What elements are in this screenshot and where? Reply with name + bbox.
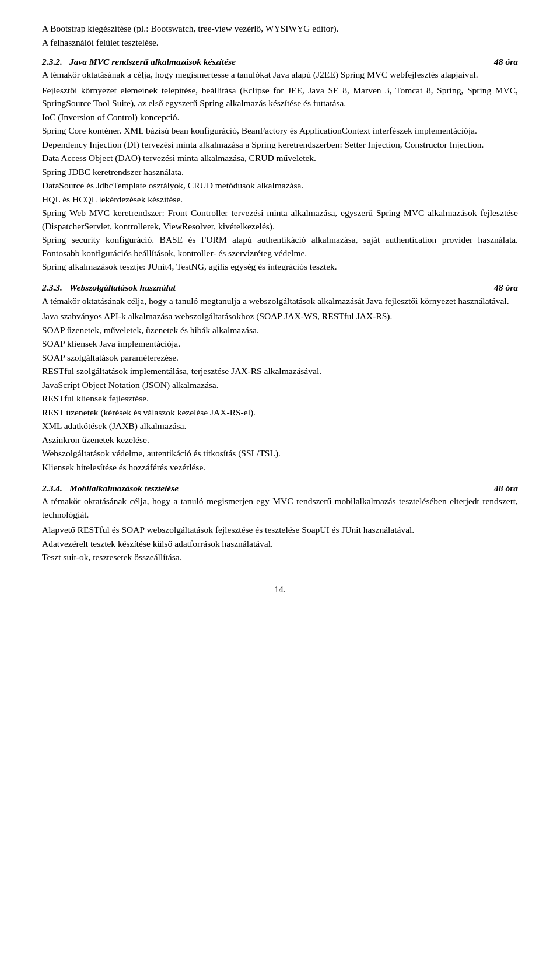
- list-item: Spring JDBC keretrendszer használata.: [42, 166, 518, 179]
- section-233-header: 2.3.3. Webszolgáltatások használat 48 ór…: [42, 281, 518, 294]
- section-233-desc: A témakör oktatásának célja, hogy a tanu…: [42, 295, 518, 308]
- section-233-number: 2.3.3.: [42, 281, 62, 294]
- section-232-desc: A témakör oktatásának a célja, hogy megi…: [42, 68, 518, 81]
- section-232-hours: 48 óra: [494, 55, 518, 68]
- section-234-hours: 48 óra: [494, 482, 518, 495]
- list-item: IoC (Inversion of Control) koncepció.: [42, 111, 518, 124]
- list-item: Webszolgáltatások védelme, autentikáció …: [42, 447, 518, 460]
- section-232-header: 2.3.2. Java MVC rendszerű alkalmazások k…: [42, 55, 518, 68]
- list-item: SOAP kliensek Java implementációja.: [42, 337, 518, 350]
- list-item: DataSource és JdbcTemplate osztályok, CR…: [42, 179, 518, 192]
- section-233-hours: 48 óra: [494, 281, 518, 294]
- list-item: SOAP üzenetek, műveletek, üzenetek és hi…: [42, 324, 518, 337]
- list-item: Aszinkron üzenetek kezelése.: [42, 434, 518, 446]
- section-234-number: 2.3.4.: [42, 482, 62, 495]
- list-item: Alapvető RESTful és SOAP webszolgáltatás…: [42, 523, 518, 536]
- section-232-title-left: 2.3.2. Java MVC rendszerű alkalmazások k…: [42, 55, 236, 68]
- section-232: 2.3.2. Java MVC rendszerű alkalmazások k…: [42, 55, 518, 274]
- list-item: JavaScript Object Notation (JSON) alkalm…: [42, 379, 518, 392]
- section-232-title: Java MVC rendszerű alkalmazások készítés…: [69, 55, 236, 68]
- section-234-header: 2.3.4. Mobilalkalmazások tesztelése 48 ó…: [42, 482, 518, 495]
- list-item: Teszt suit-ok, tesztesetek összeállítása…: [42, 551, 518, 564]
- section-234-title: Mobilalkalmazások tesztelése: [69, 482, 178, 495]
- list-item: Java szabványos API-k alkalmazása webszo…: [42, 310, 518, 323]
- list-item: XML adatkötések (JAXB) alkalmazása.: [42, 420, 518, 432]
- list-item: Spring Core konténer. XML bázisú bean ko…: [42, 124, 518, 137]
- list-item: Data Access Object (DAO) tervezési minta…: [42, 152, 518, 165]
- section-234-bullets: Alapvető RESTful és SOAP webszolgáltatás…: [42, 523, 518, 564]
- section-233-bullets: Java szabványos API-k alkalmazása webszo…: [42, 310, 518, 474]
- list-item: REST üzenetek (kérések és válaszok kezel…: [42, 406, 518, 419]
- intro-lines: A Bootstrap kiegészítése (pl.: Bootswatc…: [42, 22, 518, 50]
- list-item: Spring security konfiguráció. BASE és FO…: [42, 233, 518, 260]
- section-232-bullets: Fejlesztői környezet elemeinek telepítés…: [42, 84, 518, 274]
- section-234-desc: A témakör oktatásának célja, hogy a tanu…: [42, 495, 518, 521]
- list-item: RESTful szolgáltatások implementálása, t…: [42, 365, 518, 378]
- intro-line2: A felhasználói felület tesztelése.: [42, 36, 518, 49]
- list-item: Spring Web MVC keretrendszer: Front Cont…: [42, 207, 518, 233]
- section-234: 2.3.4. Mobilalkalmazások tesztelése 48 ó…: [42, 482, 518, 564]
- page-content: A Bootstrap kiegészítése (pl.: Bootswatc…: [42, 22, 518, 596]
- list-item: Spring alkalmazások tesztje: JUnit4, Tes…: [42, 260, 518, 273]
- section-233-title: Webszolgáltatások használat: [69, 281, 176, 294]
- list-item: Kliensek hitelesítése és hozzáférés vezé…: [42, 461, 518, 474]
- list-item: Adatvezérelt tesztek készítése külső ada…: [42, 537, 518, 550]
- section-233: 2.3.3. Webszolgáltatások használat 48 ór…: [42, 281, 518, 474]
- list-item: RESTful kliensek fejlesztése.: [42, 392, 518, 405]
- list-item: SOAP szolgáltatások paraméterezése.: [42, 351, 518, 364]
- section-234-title-left: 2.3.4. Mobilalkalmazások tesztelése: [42, 482, 178, 495]
- list-item: Dependency Injection (DI) tervezési mint…: [42, 138, 518, 151]
- intro-line1: A Bootstrap kiegészítése (pl.: Bootswatc…: [42, 22, 518, 35]
- page-number: 14.: [42, 583, 518, 596]
- list-item: Fejlesztői környezet elemeinek telepítés…: [42, 84, 518, 110]
- list-item: HQL és HCQL lekérdezések készítése.: [42, 193, 518, 206]
- section-233-title-left: 2.3.3. Webszolgáltatások használat: [42, 281, 176, 294]
- section-232-number: 2.3.2.: [42, 55, 62, 68]
